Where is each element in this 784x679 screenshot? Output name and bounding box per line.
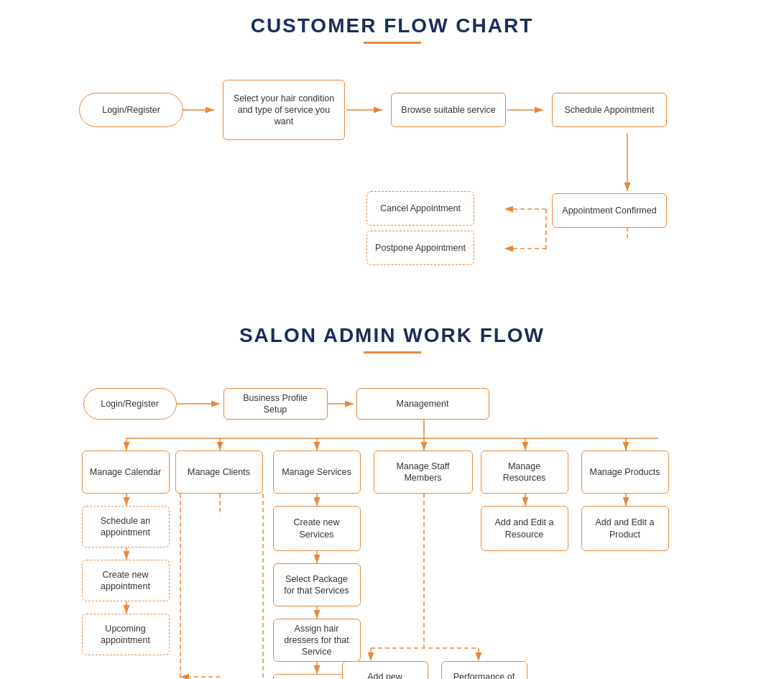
customer-flow-section: CUSTOMER FLOW CHART ··· ··· [14,14,770,295]
upcoming-appt-node: Upcoming appointment [82,614,170,655]
manage-staff-node: Manage Staff Members [374,451,473,494]
customer-flow-canvas: ··· ··· ··· Login/Register [14,65,770,295]
assign-hair-node: Assign hair dressers for that Service [273,619,361,662]
create-appt-admin-node: Create new appointment [82,560,170,601]
add-edit-resource-node: Add and Edit a Resource [481,506,568,551]
add-edit-product-node: Add and Edit a Product [581,506,669,551]
manage-products-node: Manage Products [581,451,669,494]
manage-services-node: Manage Services [273,451,361,494]
customer-title-underline [364,42,421,44]
appt-confirmed-node: Appointment Confirmed [552,193,667,228]
select-hair-node: Select your hair condition and type of s… [223,80,345,140]
management-node: Management [356,388,489,420]
svg-text:···: ··· [183,103,191,115]
business-profile-node: Business Profile Setup [223,388,328,420]
manage-calendar-node: Manage Calendar [82,451,170,494]
svg-text:···: ··· [351,103,359,115]
customer-flow-title: CUSTOMER FLOW CHART [14,14,770,37]
create-services-node: Create new Services [273,506,361,551]
cancel-appt-node: Cancel Appointment [366,191,474,226]
performance-node: Performance of hair dressers [441,661,527,679]
manage-resources-node: Manage Resources [481,451,568,494]
add-hairdressers-node: Add new Hairdressers [342,661,428,679]
manage-clients-node: Manage Clients [175,451,263,494]
login-register-node: Login/Register [79,93,183,127]
schedule-appt-node: Schedule Appointment [552,93,667,127]
admin-flow-section: SALON ADMIN WORK FLOW ··· ··· [14,324,770,679]
page-container: CUSTOMER FLOW CHART ··· ··· [14,14,770,679]
admin-flow-title: SALON ADMIN WORK FLOW [14,324,770,347]
schedule-appt-admin-node: Schedule an appointment [82,506,170,548]
postpone-appt-node: Postpone Appointment [366,231,474,265]
svg-text:···: ··· [512,103,520,115]
browse-service-node: Browse suitable service [391,93,506,127]
admin-login-node: Login/Register [83,388,177,420]
select-package-node: Select Package for that Services [273,563,361,606]
admin-title-underline [364,351,421,354]
admin-flow-canvas: ··· ··· [69,375,716,679]
